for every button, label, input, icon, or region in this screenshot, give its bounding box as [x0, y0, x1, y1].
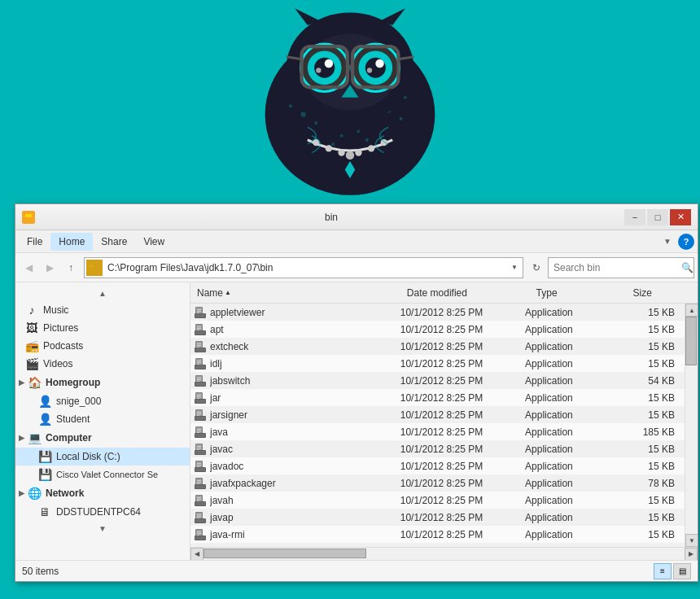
- minimize-button[interactable]: −: [624, 209, 645, 225]
- sidebar-item-podcasts[interactable]: 📻 Podcasts: [15, 337, 190, 355]
- svg-rect-122: [197, 482, 201, 483]
- file-size: 15 KB: [619, 529, 681, 540]
- svg-point-13: [339, 134, 343, 138]
- svg-rect-114: [197, 463, 201, 464]
- address-input[interactable]: [104, 262, 506, 273]
- scrollbar-down-button[interactable]: ▼: [685, 534, 698, 547]
- sidebar-item-pictures[interactable]: 🖼 Pictures: [15, 319, 190, 337]
- help-button[interactable]: ?: [678, 234, 694, 250]
- sidebar-scroll-up[interactable]: ▲: [15, 286, 190, 301]
- svg-rect-81: [197, 381, 199, 382]
- file-date: 10/1/2012 8:25 PM: [400, 341, 525, 352]
- file-size: 15 KB: [619, 444, 681, 455]
- table-row[interactable]: javac 10/1/2012 8:25 PM Application 15 K…: [190, 440, 685, 457]
- svg-rect-86: [197, 395, 201, 396]
- svg-rect-129: [197, 499, 201, 500]
- sidebar-item-ddstudent[interactable]: 🖥 DDSTUDENTPC64: [15, 503, 190, 521]
- search-input[interactable]: [549, 262, 680, 273]
- file-name: jarsigner: [210, 409, 400, 421]
- col-header-size[interactable]: Size: [630, 287, 694, 299]
- svg-rect-58: [197, 326, 201, 327]
- svg-rect-59: [197, 328, 201, 329]
- col-header-date[interactable]: Date modified: [404, 287, 533, 299]
- maximize-button[interactable]: □: [647, 209, 668, 225]
- explorer-window: bin − □ ✕ File Home Share View ▼ ? ◀ ▶ ↑: [15, 203, 698, 582]
- menu-view[interactable]: View: [135, 233, 173, 251]
- table-row[interactable]: extcheck 10/1/2012 8:25 PM Application 1…: [190, 338, 685, 355]
- scroll-down-arrow[interactable]: ▼: [92, 522, 113, 535]
- file-date: 10/1/2012 8:25 PM: [400, 375, 525, 387]
- svg-rect-95: [197, 415, 199, 416]
- table-row[interactable]: idlj 10/1/2012 8:25 PM Application 15 KB: [190, 355, 685, 372]
- sidebar-group-homegroup[interactable]: ▶ 🏠 Homegroup: [15, 373, 190, 392]
- table-row[interactable]: java-rmi 10/1/2012 8:25 PM Application 1…: [190, 526, 685, 543]
- computer-icon: 💻: [28, 431, 41, 444]
- user-icon-snige: 👤: [38, 395, 51, 408]
- refresh-button[interactable]: ↻: [527, 258, 546, 278]
- svg-rect-44: [25, 214, 28, 217]
- col-size-label: Size: [633, 287, 652, 299]
- horizontal-scrollbar[interactable]: ◀ ▶: [190, 547, 698, 560]
- table-row[interactable]: jar 10/1/2012 8:25 PM Application 15 KB: [190, 389, 685, 406]
- address-dropdown-button[interactable]: ▼: [506, 258, 523, 278]
- svg-rect-118: [195, 468, 205, 471]
- file-name: java: [210, 426, 400, 438]
- sidebar-scroll-down[interactable]: ▼: [15, 521, 190, 536]
- view-details-button[interactable]: ▤: [673, 563, 691, 579]
- forward-button[interactable]: ▶: [40, 258, 59, 278]
- svg-rect-53: [197, 313, 199, 313]
- table-row[interactable]: javadoc 10/1/2012 8:25 PM Application 15…: [190, 457, 685, 474]
- table-row[interactable]: javah 10/1/2012 8:25 PM Application 15 K…: [190, 492, 685, 509]
- sidebar-item-videos[interactable]: 🎬 Videos: [15, 355, 190, 373]
- col-type-label: Type: [536, 287, 558, 299]
- column-headers: Name ▲ Date modified Type Size: [190, 282, 698, 304]
- file-type: Application: [525, 375, 619, 387]
- file-icon: [194, 409, 207, 422]
- svg-rect-137: [197, 518, 199, 518]
- menu-chevron-icon[interactable]: ▼: [660, 234, 675, 249]
- table-row[interactable]: java 10/1/2012 8:25 PM Application 185 K…: [190, 423, 685, 440]
- h-scroll-right-button[interactable]: ▶: [685, 548, 698, 561]
- menu-bar: File Home Share View ▼ ?: [15, 230, 698, 253]
- col-header-type[interactable]: Type: [533, 287, 630, 299]
- sidebar-group-computer[interactable]: ▶ 💻 Computer: [15, 428, 190, 448]
- svg-rect-62: [195, 331, 205, 334]
- table-row[interactable]: jarsigner 10/1/2012 8:25 PM Application …: [190, 406, 685, 423]
- sidebar-item-snige[interactable]: 👤 snige_000: [15, 392, 190, 410]
- menu-share[interactable]: Share: [93, 233, 135, 251]
- file-name: javac: [210, 444, 400, 455]
- svg-rect-45: [28, 214, 32, 217]
- table-row[interactable]: appletviewer 10/1/2012 8:25 PM Applicati…: [190, 304, 685, 321]
- table-row[interactable]: apt 10/1/2012 8:25 PM Application 15 KB: [190, 321, 685, 338]
- address-bar[interactable]: ▼: [84, 257, 523, 278]
- scroll-up-arrow[interactable]: ▲: [92, 287, 113, 300]
- sidebar-item-student[interactable]: 👤 Student: [15, 410, 190, 428]
- table-row[interactable]: javafxpackager 10/1/2012 8:25 PM Applica…: [190, 474, 685, 492]
- file-type: Application: [525, 341, 619, 352]
- menu-home[interactable]: Home: [50, 233, 93, 251]
- scrollbar-thumb[interactable]: [685, 317, 697, 365]
- file-type: Application: [525, 392, 619, 404]
- table-row[interactable]: jabswitch 10/1/2012 8:25 PM Application …: [190, 372, 685, 389]
- back-button[interactable]: ◀: [19, 258, 38, 278]
- file-date: 10/1/2012 8:25 PM: [400, 409, 525, 421]
- close-button[interactable]: ✕: [670, 209, 691, 225]
- view-list-button[interactable]: ≡: [654, 563, 672, 579]
- h-scroll-thumb[interactable]: [203, 549, 366, 558]
- menu-file[interactable]: File: [19, 233, 50, 251]
- sidebar-item-music[interactable]: ♪ Music: [15, 301, 190, 319]
- scrollbar-up-button[interactable]: ▲: [685, 304, 698, 317]
- address-folder-icon: [86, 260, 103, 276]
- h-scroll-left-button[interactable]: ◀: [190, 548, 203, 561]
- up-button[interactable]: ↑: [61, 258, 81, 278]
- sidebar-item-cisco[interactable]: 💾 Cisco Valet Connector Se: [15, 466, 190, 483]
- col-header-name[interactable]: Name ▲: [194, 287, 404, 299]
- table-row[interactable]: javap 10/1/2012 8:25 PM Application 15 K…: [190, 509, 685, 526]
- scrollbar[interactable]: ▲ ▼: [685, 304, 698, 547]
- sidebar-item-local-disk[interactable]: 💾 Local Disk (C:): [15, 448, 190, 466]
- sidebar-group-network[interactable]: ▶ 🌐 Network: [15, 483, 190, 503]
- search-button[interactable]: 🔍: [680, 258, 693, 278]
- svg-rect-125: [195, 485, 205, 488]
- nav-bar: ◀ ▶ ↑ ▼ ↻ 🔍: [15, 253, 698, 282]
- search-bar[interactable]: 🔍: [548, 257, 694, 278]
